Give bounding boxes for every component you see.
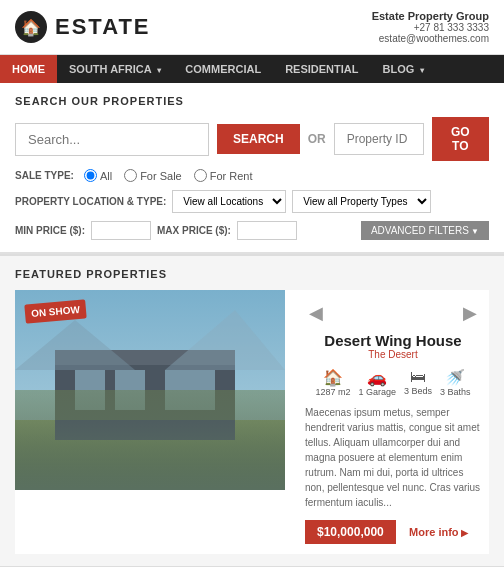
search-row: SEARCH OR GO TO <box>15 117 489 161</box>
company-name: Estate Property Group <box>372 10 489 22</box>
property-subtitle: The Desert <box>305 349 481 360</box>
logo-icon: 🏠 <box>15 11 47 43</box>
property-footer: $10,000,000 More info <box>305 520 481 544</box>
search-input[interactable] <box>15 123 209 156</box>
sale-type-filter: SALE TYPE: All For Sale For Rent <box>15 169 489 182</box>
carousel-arrows: ◀ ▶ <box>305 300 481 326</box>
next-arrow[interactable]: ▶ <box>459 300 481 326</box>
search-button[interactable]: SEARCH <box>217 124 300 154</box>
garage-value: 1 Garage <box>358 387 396 397</box>
more-info-link[interactable]: More info <box>409 526 468 538</box>
featured-info: ◀ ▶ Desert Wing House The Desert 🏠 1287 … <box>297 290 489 554</box>
location-select[interactable]: View all Locations <box>172 190 286 213</box>
nav-item-blog[interactable]: BLOG ▾ <box>370 55 436 83</box>
bed-icon: 🛏 <box>404 368 432 386</box>
nav-item-south-africa[interactable]: SOUTH AFRICA ▾ <box>57 55 173 83</box>
or-text: OR <box>308 132 326 146</box>
search-section: SEARCH OUR PROPERTIES SEARCH OR GO TO SA… <box>0 83 504 254</box>
email: estate@woothemes.com <box>372 33 489 44</box>
stat-beds: 🛏 3 Beds <box>404 368 432 397</box>
radio-for-sale[interactable]: For Sale <box>124 169 182 182</box>
svg-rect-7 <box>15 390 285 420</box>
garage-icon: 🚗 <box>358 368 396 387</box>
area-icon: 🏠 <box>315 368 350 387</box>
sale-type-label: SALE TYPE: <box>15 170 74 181</box>
area-value: 1287 m2 <box>315 387 350 397</box>
svg-rect-6 <box>165 370 215 410</box>
stat-garage: 🚗 1 Garage <box>358 368 396 397</box>
radio-group: All For Sale For Rent <box>84 169 257 182</box>
beds-value: 3 Beds <box>404 386 432 396</box>
min-price-label: MIN PRICE ($): <box>15 225 85 236</box>
property-description: Maecenas ipsum metus, semper hendrerit v… <box>305 405 481 510</box>
stat-area: 🏠 1287 m2 <box>315 368 350 397</box>
property-title: Desert Wing House <box>305 332 481 349</box>
radio-for-rent[interactable]: For Rent <box>194 169 253 182</box>
radio-all[interactable]: All <box>84 169 112 182</box>
dropdown-arrow: ▾ <box>157 66 161 75</box>
nav-item-home[interactable]: HOME <box>0 55 57 83</box>
min-price-input[interactable] <box>91 221 151 240</box>
price-filter: MIN PRICE ($): MAX PRICE ($): ADVANCED F… <box>15 221 489 240</box>
stat-baths: 🚿 3 Baths <box>440 368 471 397</box>
property-id-input[interactable] <box>334 123 424 155</box>
search-title: SEARCH OUR PROPERTIES <box>15 95 489 107</box>
property-stats: 🏠 1287 m2 🚗 1 Garage 🛏 3 Beds 🚿 3 Baths <box>305 368 481 397</box>
svg-rect-4 <box>75 370 105 410</box>
location-label: PROPERTY LOCATION & TYPE: <box>15 196 166 207</box>
goto-button[interactable]: GO TO <box>432 117 489 161</box>
baths-value: 3 Baths <box>440 387 471 397</box>
bath-icon: 🚿 <box>440 368 471 387</box>
nav-item-residential[interactable]: RESIDENTIAL <box>273 55 370 83</box>
phone: +27 81 333 3333 <box>372 22 489 33</box>
dropdown-arrow: ▾ <box>420 66 424 75</box>
featured-content: ON SHOW ◀ ▶ Desert Wing House The Desert… <box>15 290 489 554</box>
header: 🏠 ESTATE Estate Property Group +27 81 33… <box>0 0 504 55</box>
prev-arrow[interactable]: ◀ <box>305 300 327 326</box>
svg-rect-1 <box>15 420 285 490</box>
main-nav: HOME SOUTH AFRICA ▾ COMMERCIAL RESIDENTI… <box>0 55 504 83</box>
nav-item-commercial[interactable]: COMMERCIAL <box>173 55 273 83</box>
type-select[interactable]: View all Property Types <box>292 190 431 213</box>
featured-image: ON SHOW <box>15 290 285 554</box>
svg-rect-5 <box>115 370 145 410</box>
property-price: $10,000,000 <box>305 520 396 544</box>
featured-title: FEATURED PROPERTIES <box>15 268 489 280</box>
max-price-input[interactable] <box>237 221 297 240</box>
contact-info: Estate Property Group +27 81 333 3333 es… <box>372 10 489 44</box>
advanced-filters-button[interactable]: ADVANCED FILTERS <box>361 221 489 240</box>
logo-text: ESTATE <box>55 14 151 40</box>
logo: 🏠 ESTATE <box>15 11 151 43</box>
max-price-label: MAX PRICE ($): <box>157 225 231 236</box>
featured-section: FEATURED PROPERTIES <box>0 256 504 566</box>
location-filter: PROPERTY LOCATION & TYPE: View all Locat… <box>15 190 489 213</box>
